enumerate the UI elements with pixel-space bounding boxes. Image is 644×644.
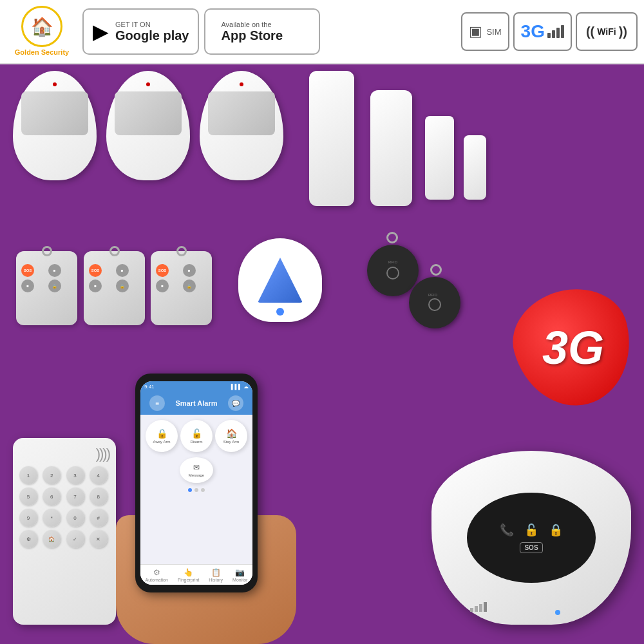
phone-content: 🔒 Away Arm 🔓 Disarm 🏠 Stay Arm [140,415,252,501]
wifi-waves-right: )) [619,24,627,39]
door-sensor-3 [425,116,454,200]
rfid-tag-1: RFID [367,245,419,296]
control-status-dot [555,610,560,615]
3g-large-badge: 3G [515,290,631,406]
key-4[interactable]: 4 [90,466,108,484]
key-fn1[interactable]: ⚙ [19,530,37,548]
tab-fingerprint[interactable]: 👆 Fingerprint [178,568,199,582]
key-7[interactable]: 7 [66,488,84,506]
google-play-large-label: Google play [115,28,189,43]
3g-label: 3G [521,21,545,42]
fob-ring-3 [176,246,187,256]
fob-btn-2c: 🔒 [116,279,129,292]
pir-dot-2 [146,82,150,86]
pir-sensor-3 [200,71,283,180]
fob-btn-1c: 🔒 [48,279,61,292]
fob-sos-3: SOS [156,264,169,277]
key-star[interactable]: * [43,509,61,527]
app-store-badge[interactable]: Available on the App Store [204,8,320,55]
3g-large-label: 3G [542,321,604,374]
control-body: 📞 🔓 🔒 SOS [431,451,631,625]
key-fn2[interactable]: 🏠 [43,530,61,548]
pir-window-2 [115,91,182,135]
tab-monitor[interactable]: 📷 Monitor [232,568,247,582]
wifi-waves-left: (( [586,24,594,39]
tab-automation[interactable]: ⚙ Automation [145,568,167,582]
key-2[interactable]: 2 [43,466,61,484]
stay-arm-button[interactable]: 🏠 Stay Arm [215,420,247,452]
keypad-grid: 1 2 3 4 5 6 7 8 9 * 0 # ⚙ 🏠 ✓ ✕ [19,466,109,548]
arm-buttons-row: 🔒 Away Arm 🔓 Disarm 🏠 Stay Arm [146,420,247,452]
logo-text: Golden Security [15,48,69,57]
key-0[interactable]: 0 [66,509,84,527]
app-store-small-label: Available on the [221,21,283,28]
wifi-badge: (( WiFi )) [576,12,638,51]
fob-btn-3a: ■ [183,264,196,277]
wifi-label: WiFi [597,26,616,37]
pir-sensor-2 [106,71,190,180]
tab-history[interactable]: 📋 History [209,568,223,582]
message-button[interactable]: ✉ Message [180,457,213,483]
touch-keypad: )))) 1 2 3 4 5 6 7 8 9 * 0 # ⚙ 🏠 ✓ ✕ [13,438,116,625]
pir-sensor-1 [13,71,97,180]
key-9[interactable]: 9 [19,509,37,527]
pir-dot-1 [53,82,57,86]
nav-chat-icon[interactable]: 💬 [228,395,243,411]
key-fn4[interactable]: ✕ [90,530,108,548]
key-5[interactable]: 5 [19,488,37,506]
3g-badge: 3G [513,12,572,51]
door-sensor-2 [370,90,412,206]
pir-window-1 [21,91,88,135]
sos-button[interactable]: SOS [520,542,542,553]
main-control-unit: 📞 🔓 🔒 SOS [431,451,638,638]
fob-sos-1: SOS [21,264,34,277]
fob-btn-3b: ■ [156,279,169,292]
door-sensor-4 [464,135,486,200]
key-8[interactable]: 8 [90,488,108,506]
control-screen: 📞 🔓 🔒 SOS [467,493,596,583]
key-6[interactable]: 6 [43,488,61,506]
phone-screen: 9:41 ▌▌▌ ☁ ≡ Smart Alarm 💬 🔒 Away Arm [140,381,252,585]
phone-hand-area: 9:41 ▌▌▌ ☁ ≡ Smart Alarm 💬 🔒 Away Arm [116,374,296,644]
app-store-large-label: App Store [221,28,283,43]
top-bar: 🏠 Golden Security ▶ GET IT ON Google pla… [0,0,644,64]
pir-window-3 [208,91,275,135]
lock-open-icon: 🔓 [524,523,538,537]
phone-signal-icons: ▌▌▌ ☁ [231,384,249,390]
control-icons-bottom: SOS [520,542,542,553]
sim-badge: ▣ SIM [461,12,509,51]
fob-btn-1b: ■ [21,279,34,292]
lock-closed-icon: 🔒 [549,523,563,537]
away-arm-button[interactable]: 🔒 Away Arm [146,420,178,452]
key-fob-2: SOS ■ ■ 🔒 [84,251,145,325]
fob-btn-3c: 🔒 [183,279,196,292]
google-play-badge[interactable]: ▶ GET IT ON Google play [82,8,199,55]
key-1[interactable]: 1 [19,466,37,484]
app-title: Smart Alarm [175,399,217,407]
phone-icon: 📞 [500,523,514,537]
key-fn3[interactable]: ✓ [66,530,84,548]
fob-ring-2 [109,246,120,256]
logo-icon: 🏠 [21,6,62,47]
disarm-button[interactable]: 🔓 Disarm [180,420,213,452]
brand-logo: 🏠 Golden Security [6,6,77,57]
fob-btn-2b: ■ [89,279,102,292]
fob-sos-2: SOS [89,264,102,277]
rfid-tag-2: RFID [409,277,460,328]
fob-ring-1 [42,246,52,256]
key-hash[interactable]: # [90,509,108,527]
key-fob-1: SOS ■ ■ 🔒 [16,251,77,325]
phone-bottom-tabs: ⚙ Automation 👆 Fingerprint 📋 History 📷 M… [140,564,252,585]
control-signal-bars [470,602,487,612]
pir-dot-3 [240,82,243,86]
rfid-keyring-2 [430,264,442,276]
fob-btn-1a: ■ [48,264,61,277]
smartphone: 9:41 ▌▌▌ ☁ ≡ Smart Alarm 💬 🔒 Away Arm [135,374,258,592]
fob-btn-2a: ■ [116,264,129,277]
key-3[interactable]: 3 [66,466,84,484]
control-icons-top: 📞 🔓 🔒 [500,523,563,537]
sim-label: SIM [486,27,501,37]
phone-time: 9:41 [144,384,155,390]
product-area: SOS ■ ■ 🔒 SOS ■ ■ 🔒 SOS ■ ■ 🔒 [0,64,644,644]
nav-menu-icon[interactable]: ≡ [149,395,165,411]
